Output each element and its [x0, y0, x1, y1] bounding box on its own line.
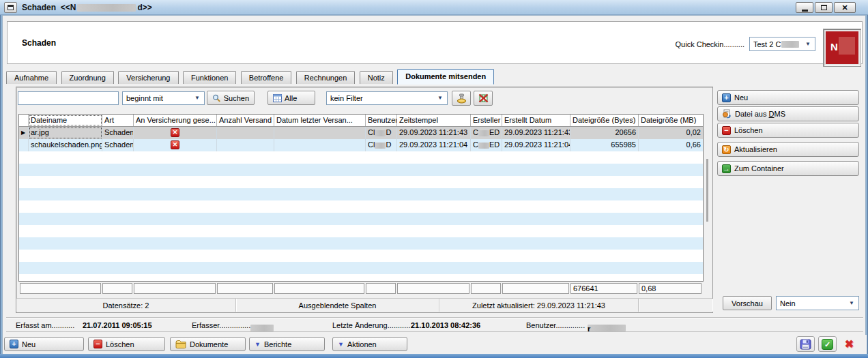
summary-row: 676641 0,68	[20, 283, 701, 294]
ok-button[interactable]: ✓	[818, 336, 837, 352]
vorschau-select[interactable]: Nein ▼	[776, 296, 859, 310]
cell-art[interactable]: Schaden	[102, 139, 134, 151]
tab-rechnungen[interactable]: Rechnungen	[296, 71, 355, 85]
cell-dateiname[interactable]: schaukelschaden.png	[29, 139, 102, 151]
tab-dokumente-mitsenden[interactable]: Dokumente mitsenden	[397, 69, 494, 85]
toolbar-loeschen-button[interactable]: − Löschen	[88, 337, 165, 351]
apply-filter-button[interactable]	[452, 91, 471, 106]
column-header-an-versicherung[interactable]: An Versicherung gese...	[134, 115, 217, 126]
cell-mb[interactable]: 0,02	[639, 127, 703, 139]
window-icon	[8, 5, 14, 10]
red-x-icon: ✕	[171, 128, 179, 137]
scrollbar-thumb[interactable]	[706, 159, 708, 222]
last-updated: Zuletzt aktualisiert: 29.09.2023 11:21:4…	[439, 299, 639, 312]
quick-checkin-select[interactable]: Test 2 C ▼	[749, 37, 815, 51]
cell-art[interactable]: Schaden	[102, 127, 134, 139]
logo-background: N	[826, 31, 858, 64]
window-bottom-border	[0, 354, 868, 358]
toolbar-neu-button[interactable]: + Neu	[4, 337, 84, 351]
cell-zeitstempel[interactable]: 29.09.2023 11:21:04	[397, 139, 471, 151]
column-header-dateigroesse-bytes[interactable]: Dateigröße (Bytes)	[570, 115, 639, 126]
tab-notiz[interactable]: Notiz	[360, 71, 393, 85]
tab-funktionen[interactable]: Funktionen	[183, 71, 236, 85]
cancel-button[interactable]: ✖	[840, 336, 858, 352]
cell-erstellt-datum[interactable]: 29.09.2023 11:21:43	[502, 127, 570, 139]
loeschen-button[interactable]: − Löschen	[717, 123, 859, 138]
cell-ersteller[interactable]: CED	[471, 127, 502, 139]
column-header-art[interactable]: Art	[102, 115, 134, 126]
window-title: Schaden <<Nd>>	[22, 2, 152, 13]
benutzer-label: Benutzer..............	[526, 321, 585, 329]
chevron-down-icon: ▼	[194, 95, 200, 101]
neu-button[interactable]: + Neu	[717, 90, 859, 105]
x-icon: ✖	[845, 339, 854, 350]
erfasst-am-value: 21.07.2011 09:05:15	[83, 321, 152, 329]
tab-zuordnung[interactable]: Zuordnung	[61, 71, 114, 85]
tab-aufnahme[interactable]: Aufnahme	[6, 71, 57, 85]
redacted-logo	[839, 37, 855, 55]
vorschau-button[interactable]: Vorschau	[723, 296, 772, 310]
summary-cell	[502, 283, 569, 294]
search-icon	[212, 93, 221, 103]
folder-icon	[175, 340, 186, 348]
column-header-zeitstempel[interactable]: Zeitstempel	[397, 115, 471, 126]
erfasser-label: Erfasser...............	[192, 321, 250, 329]
minimize-button[interactable]	[796, 2, 813, 13]
cell-an-versicherung[interactable]: ✕	[134, 139, 217, 151]
system-menu-button[interactable]	[4, 2, 17, 13]
maximize-button[interactable]	[815, 2, 833, 13]
redacted-text	[375, 143, 386, 149]
aktualisieren-button[interactable]: ↻ Aktualisieren	[717, 142, 859, 157]
hidden-columns-panel[interactable]: Ausgeblendete Spalten	[236, 299, 439, 312]
page-title: Schaden	[22, 38, 56, 48]
close-icon: ✕	[841, 4, 848, 11]
table-row[interactable]: ▶ ar.jpg Schaden ✕ ClD 29.09.2023 11:21:…	[19, 127, 703, 139]
cell-anzahl-versand[interactable]	[217, 127, 274, 139]
column-header-anzahl-versand[interactable]: Anzahl Versand a...	[217, 115, 274, 126]
column-header-ersteller[interactable]: Ersteller	[471, 115, 502, 126]
column-header-datum-letzter-versand[interactable]: Datum letzter Versan...	[274, 115, 366, 126]
minus-icon: −	[722, 126, 731, 135]
column-header-erstellt-datum[interactable]: Erstellt Datum	[502, 115, 570, 126]
cell-anzahl-versand[interactable]	[217, 139, 274, 151]
search-button[interactable]: Suchen	[207, 91, 255, 105]
column-header-benutzer[interactable]: Benutzer	[366, 115, 397, 126]
empty-rows-area	[19, 151, 703, 281]
cell-erstellt-datum[interactable]: 29.09.2023 11:21:04	[502, 139, 570, 151]
show-all-button[interactable]: Alle	[267, 91, 315, 105]
column-header-dateiname[interactable]: Dateiname	[29, 115, 102, 126]
redacted-text	[77, 4, 136, 12]
minimize-icon	[802, 10, 808, 12]
cell-ersteller[interactable]: CED	[471, 139, 502, 151]
cell-bytes[interactable]: 655985	[570, 139, 639, 151]
tab-versicherung[interactable]: Versicherung	[118, 71, 178, 85]
close-button[interactable]: ✕	[834, 2, 856, 13]
save-button[interactable]	[796, 336, 815, 352]
zum-container-button[interactable]: → Zum Container	[717, 161, 859, 176]
filter-search-input[interactable]	[18, 91, 119, 105]
column-header-dateigroesse-mb[interactable]: Dateigröße (MB)	[639, 115, 703, 126]
cell-benutzer[interactable]: ClD	[366, 127, 397, 139]
match-mode-select[interactable]: beginnt mit ▼	[122, 91, 205, 105]
cell-benutzer[interactable]: ClD	[366, 139, 397, 151]
toolbar-dokumente-button[interactable]: Dokumente	[170, 337, 246, 351]
cell-zeitstempel[interactable]: 29.09.2023 11:21:43	[397, 127, 471, 139]
clear-filter-button[interactable]	[474, 91, 493, 106]
cell-dateiname[interactable]: ar.jpg	[29, 127, 102, 139]
quick-checkin-label: Quick Checkin..........	[657, 40, 744, 48]
tab-bar: Aufnahme Zuordnung Versicherung Funktion…	[6, 69, 863, 85]
toolbar-berichte-button[interactable]: ▼ Berichte	[249, 337, 325, 351]
red-x-icon: ✕	[171, 140, 179, 149]
table-row[interactable]: schaukelschaden.png Schaden ✕ ClD 29.09.…	[19, 139, 703, 151]
cell-an-versicherung[interactable]: ✕	[134, 127, 217, 139]
redacted-text	[375, 130, 386, 136]
cell-bytes[interactable]: 20656	[570, 127, 639, 139]
cell-datum-letzter-versand[interactable]	[274, 127, 366, 139]
tab-betroffene[interactable]: Betroffene	[241, 71, 292, 85]
cell-datum-letzter-versand[interactable]	[274, 139, 366, 151]
cell-mb[interactable]: 0,66	[639, 139, 703, 151]
filter-select[interactable]: kein Filter ▼	[326, 91, 448, 105]
datei-aus-dms-button[interactable]: Datei aus DMS	[717, 106, 859, 121]
toolbar-aktionen-button[interactable]: ▼ Aktionen	[332, 337, 407, 351]
arrow-right-icon: →	[722, 164, 731, 173]
